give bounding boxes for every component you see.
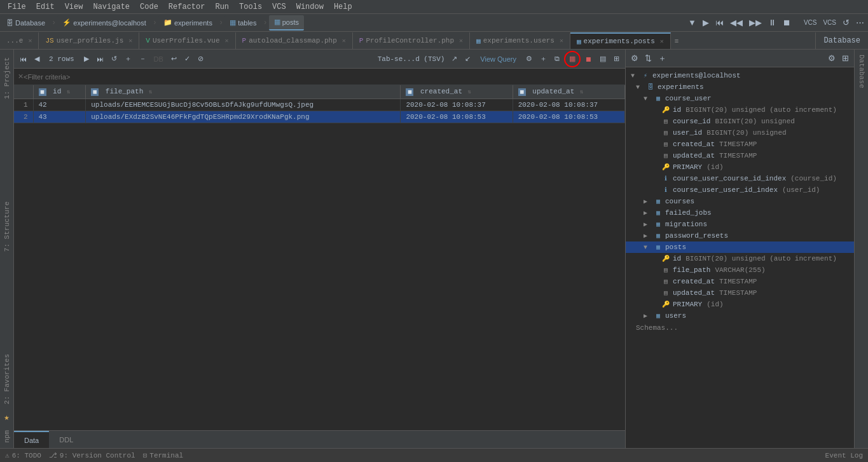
tree-table-migrations[interactable]: ▶ ▦ migrations	[626, 219, 854, 230]
cell-updated-0[interactable]: 2020-02-08 10:08:37	[513, 99, 624, 111]
col-header-updated-at[interactable]: ▦ updated_at ⇅	[513, 85, 624, 99]
rp-settings-btn[interactable]: ⚙	[628, 52, 641, 64]
copy-btn[interactable]: ⧉	[551, 51, 563, 67]
col-header-created-at[interactable]: ▦ created_at ⇅	[401, 85, 513, 99]
refresh-vcs-btn[interactable]: ↺	[840, 17, 852, 29]
filter-input[interactable]	[24, 73, 151, 81]
tree-constraint-primary-posts[interactable]: ▶ 🔑 PRIMARY (id)	[626, 299, 854, 310]
file-tab-close-1[interactable]: ✕	[128, 37, 132, 44]
file-tab-2[interactable]: V UserProfiles.vue ✕	[139, 32, 235, 49]
breadcrumb-tables[interactable]: ▦ tables	[224, 15, 261, 31]
tree-table-course-user[interactable]: ▼ ▦ course_user	[626, 93, 854, 104]
table-row[interactable]: 1 42 uploads/EEHEMCESUGjBucDj8Cv5OBLsDfA…	[14, 99, 625, 111]
file-tab-1[interactable]: JS user_profiles.js ✕	[39, 32, 139, 49]
run-btn[interactable]: ▶	[700, 17, 712, 29]
breadcrumb-database[interactable]: 🗄 Database	[1, 15, 50, 31]
export-btn[interactable]: ↗	[448, 51, 460, 67]
tree-col-id-posts[interactable]: ▶ 🔑 id BIGINT(20) unsigned (auto increme…	[626, 253, 854, 264]
col-header-id[interactable]: ▦ id ⇅	[33, 85, 86, 99]
tree-col-updated-cu[interactable]: ▶ ▤ updated_at TIMESTAMP	[626, 150, 854, 161]
tree-table-failed-jobs[interactable]: ▶ ▦ failed_jobs	[626, 207, 854, 219]
nav-prev-btn[interactable]: ◀	[31, 51, 43, 67]
menu-file[interactable]: File	[3, 3, 31, 11]
col-header-file-path[interactable]: ▦ file_path ⇅	[86, 85, 401, 99]
status-todo[interactable]: ⚠ 6: TODO	[5, 451, 41, 459]
menu-code[interactable]: Code	[135, 3, 163, 11]
file-tab-close-2[interactable]: ✕	[225, 37, 229, 44]
add-col-btn[interactable]: ＋	[537, 51, 550, 67]
menu-edit[interactable]: Edit	[31, 3, 60, 11]
grid-view-btn[interactable]: ▤	[596, 51, 609, 67]
nav-last-btn[interactable]: ⏭	[93, 51, 107, 67]
tree-constraint-primary-cu[interactable]: ▶ 🔑 PRIMARY (id)	[626, 161, 854, 173]
rp-gear-btn[interactable]: ⚙	[825, 52, 838, 64]
tab-ddl[interactable]: DDL	[49, 431, 83, 449]
sidebar-structure[interactable]: 7: Structure	[2, 196, 12, 257]
tree-db-experiments[interactable]: ▼ 🗄 experiments	[626, 81, 854, 93]
table-row[interactable]: 2 43 uploads/EXdzB2SvNE46PFkFgdTQpESHRpm…	[14, 111, 625, 123]
tree-col-user-id[interactable]: ▶ ▤ user_id BIGINT(20) unsigned	[626, 127, 854, 139]
tree-table-posts[interactable]: ▼ ▦ posts	[626, 241, 854, 253]
rp-add-btn[interactable]: ＋	[656, 51, 669, 65]
menu-window[interactable]: Window	[291, 3, 329, 11]
tree-index-course-id[interactable]: ▶ ℹ course_user_course_id_index (course_…	[626, 173, 854, 184]
rollback-btn[interactable]: ⊘	[195, 51, 207, 67]
step-back-btn[interactable]: ◀◀	[727, 17, 745, 29]
tab-more-btn[interactable]: ≡	[671, 32, 682, 49]
dropdown-btn[interactable]: ▼	[685, 17, 699, 29]
rp-layout-btn[interactable]: ⊞	[839, 52, 851, 64]
layout-btn[interactable]: ▦	[569, 51, 575, 67]
tree-col-id-cu[interactable]: ▶ 🔑 id BIGINT(20) unsigned (auto increme…	[626, 104, 854, 116]
cell-updated-1[interactable]: 2020-02-08 10:08:53	[513, 111, 624, 123]
view-query-btn[interactable]: View Query	[475, 54, 521, 64]
nav-first-btn[interactable]: ⏮	[17, 51, 30, 67]
sidebar-project[interactable]: 1: Project	[2, 52, 12, 104]
menu-help[interactable]: Help	[329, 3, 357, 11]
cell-id-1[interactable]: 43	[33, 111, 86, 123]
file-tab-4[interactable]: P ProfileController.php ✕	[353, 32, 470, 49]
database-panel-tab[interactable]: Database	[823, 36, 860, 45]
menu-tools[interactable]: Tools	[234, 3, 267, 11]
tree-col-updated-posts[interactable]: ▶ ▤ updated_at TIMESTAMP	[626, 287, 854, 299]
add-row-btn[interactable]: ＋	[121, 51, 135, 67]
reload-btn[interactable]: ↺	[108, 51, 120, 67]
step-fwd-btn[interactable]: ▶▶	[747, 17, 764, 29]
commit-btn[interactable]: ✓	[181, 51, 193, 67]
undo-btn[interactable]: ↩	[168, 51, 180, 67]
cell-created-1[interactable]: 2020-02-08 10:08:53	[401, 111, 513, 123]
file-tab-close-0[interactable]: ✕	[28, 37, 32, 44]
tree-table-users[interactable]: ▶ ▦ users	[626, 310, 854, 322]
tree-table-courses[interactable]: ▶ ▦ courses	[626, 196, 854, 207]
more-vcs-btn[interactable]: ⋯	[853, 17, 867, 29]
vcs1-btn[interactable]: VCS	[801, 18, 820, 27]
transpose-btn[interactable]: ⊞	[610, 51, 623, 67]
delete-row-btn[interactable]: －	[136, 51, 149, 67]
menu-vcs[interactable]: VCS	[267, 3, 291, 11]
cell-created-0[interactable]: 2020-02-08 10:08:37	[401, 99, 513, 111]
tab-data[interactable]: Data	[14, 431, 49, 449]
file-tab-6[interactable]: ▦ experiments.posts ✕	[570, 32, 671, 49]
tree-col-created-cu[interactable]: ▶ ▤ created_at TIMESTAMP	[626, 139, 854, 150]
breadcrumb-connection[interactable]: ⚡ experiments@localhost	[57, 15, 151, 31]
tree-table-password-resets[interactable]: ▶ ▦ password_resets	[626, 230, 854, 241]
breadcrumb-posts[interactable]: ▦ posts	[269, 15, 304, 31]
file-tab-0[interactable]: ...e ✕	[0, 32, 39, 49]
stop-btn[interactable]: ⏹	[780, 17, 794, 29]
rp-sync-btn[interactable]: ⇅	[642, 52, 654, 64]
file-tab-close-5[interactable]: ✕	[560, 37, 563, 44]
file-tab-close-6[interactable]: ✕	[660, 37, 664, 45]
file-tab-close-4[interactable]: ✕	[459, 37, 463, 44]
status-event-log[interactable]: Event Log	[825, 452, 863, 459]
file-tab-5[interactable]: ▦ experiments.users ✕	[470, 32, 570, 49]
rewind-btn[interactable]: ⏮	[713, 17, 726, 29]
menu-navigate[interactable]: Navigate	[88, 3, 135, 11]
cell-filepath-1[interactable]: uploads/EXdzB2SvNE46PFkFgdTQpESHRpmd29Xr…	[86, 111, 401, 123]
tree-index-user-id[interactable]: ▶ ℹ course_user_user_id_index (user_id)	[626, 184, 854, 196]
cell-filepath-0[interactable]: uploads/EEHEMCESUGjBucDj8Cv5OBLsDfAJkg9u…	[86, 99, 401, 111]
status-vcs[interactable]: ⎇ 9: Version Control	[49, 451, 135, 459]
tree-col-course-id[interactable]: ▶ ▤ course_id BIGINT(20) unsigned	[626, 116, 854, 127]
nav-next-btn[interactable]: ▶	[81, 51, 92, 67]
tree-col-file-path-posts[interactable]: ▶ ▤ file_path VARCHAR(255)	[626, 264, 854, 276]
strip-database[interactable]: Database	[857, 50, 867, 93]
stop-btn2[interactable]: ⏹	[582, 51, 595, 67]
